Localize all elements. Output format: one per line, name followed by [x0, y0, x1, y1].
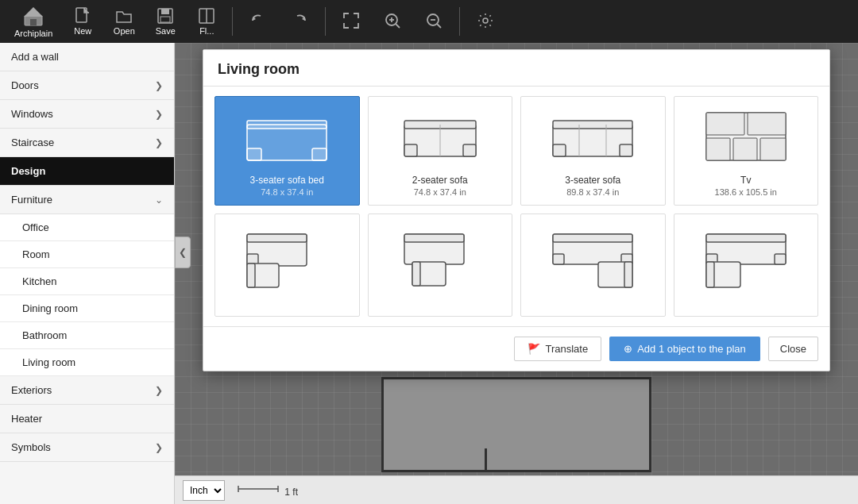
modal-overlay: Living room 3-seater so	[175, 43, 858, 504]
zoom-out-button[interactable]	[415, 9, 453, 34]
heater-label: Heater	[11, 413, 42, 425]
exteriors-label: Exteriors	[11, 384, 52, 396]
symbols-chevron: ❯	[155, 442, 163, 453]
furniture-card-sectional-3[interactable]	[520, 214, 666, 317]
add-label: Add 1 object to the plan	[637, 343, 746, 355]
svg-rect-49	[412, 262, 420, 286]
flip-label: Fl...	[199, 26, 214, 36]
furniture-chevron: ⌄	[155, 194, 163, 206]
sidebar-item-furniture[interactable]: Furniture ⌄	[0, 186, 174, 214]
sidebar-item-add-wall[interactable]: Add a wall	[0, 43, 174, 71]
archiplain-label: Archiplain	[14, 29, 52, 38]
translate-button[interactable]: 🚩 Translate	[514, 337, 601, 361]
sectional-2-image	[377, 222, 504, 302]
sidebar-item-windows[interactable]: Windows ❯	[0, 100, 174, 129]
fullscreen-button[interactable]	[332, 9, 370, 34]
sidebar-collapse-button[interactable]: ❮	[175, 237, 191, 268]
svg-point-19	[483, 18, 488, 23]
svg-rect-47	[404, 234, 464, 242]
svg-rect-36	[706, 113, 744, 135]
svg-line-15	[396, 24, 400, 28]
furniture-card-sofa-bed[interactable]: 3-seater sofa bed 74.8 x 37.4 in	[214, 96, 360, 206]
unit-select[interactable]: Inch cm m	[183, 480, 225, 501]
kitchen-label: Kitchen	[22, 275, 56, 287]
bottom-bar: Inch cm m 1 ft	[175, 475, 858, 504]
sidebar-item-staircase[interactable]: Staircase ❯	[0, 129, 174, 157]
sofa-bed-name: 3-seater sofa bed	[250, 175, 324, 186]
sidebar-subitem-living-room[interactable]: Living room	[0, 349, 174, 376]
furniture-card-tv[interactable]: Tv 138.6 x 105.5 in	[674, 96, 819, 206]
tv-size: 138.6 x 105.5 in	[715, 187, 777, 197]
svg-rect-37	[748, 113, 786, 135]
sidebar-item-symbols[interactable]: Symbols ❯	[0, 433, 174, 462]
furniture-label: Furniture	[11, 194, 52, 206]
sidebar-subitem-office[interactable]: Office	[0, 214, 174, 241]
svg-rect-51	[553, 234, 632, 242]
svg-rect-61	[706, 262, 714, 287]
sidebar-subitem-bathroom[interactable]: Bathroom	[0, 322, 174, 349]
furniture-card-sectional-2[interactable]	[368, 214, 513, 317]
zoom-in-button[interactable]	[373, 9, 412, 34]
main-layout: Add a wall Doors ❯ Windows ❯ Staircase ❯…	[0, 43, 858, 504]
svg-rect-7	[160, 17, 170, 22]
undo-button[interactable]	[239, 9, 277, 34]
modal-body: 3-seater sofa bed 74.8 x 37.4 in	[203, 87, 829, 326]
svg-rect-21	[247, 121, 327, 129]
canvas-area[interactable]: Living room 3-seater so	[175, 43, 858, 504]
sofa-3-size: 89.8 x 37.4 in	[566, 187, 619, 197]
toolbar-separator-2	[325, 7, 326, 36]
sidebar-subitem-kitchen[interactable]: Kitchen	[0, 268, 174, 295]
translate-label: Translate	[545, 343, 588, 355]
bathroom-label: Bathroom	[22, 329, 67, 341]
svg-line-18	[437, 24, 441, 28]
doors-chevron: ❯	[155, 80, 163, 91]
svg-marker-1	[24, 7, 43, 17]
open-button[interactable]: Open	[105, 4, 143, 39]
save-label: Save	[156, 26, 176, 36]
svg-rect-26	[404, 144, 417, 156]
svg-rect-42	[247, 234, 307, 242]
sidebar-subitem-room[interactable]: Room	[0, 241, 174, 268]
add-icon: ⊕	[624, 343, 632, 355]
sofa-bed-image	[223, 105, 351, 168]
toolbar-separator-3	[459, 7, 460, 36]
save-button[interactable]: Save	[146, 4, 184, 39]
sidebar-item-design[interactable]: Design	[0, 157, 174, 186]
sidebar-item-doors[interactable]: Doors ❯	[0, 71, 174, 100]
furniture-card-sofa-2[interactable]: 2-seater sofa 74.8 x 37.4 in	[368, 96, 513, 206]
open-label: Open	[114, 26, 135, 36]
svg-rect-32	[620, 144, 632, 156]
flip-button[interactable]: Fl...	[187, 4, 226, 39]
tv-image	[682, 105, 810, 168]
new-button[interactable]: New	[64, 4, 102, 39]
tv-name: Tv	[740, 175, 751, 186]
add-to-plan-button[interactable]: ⊕ Add 1 object to the plan	[609, 337, 760, 361]
sidebar-item-exteriors[interactable]: Exteriors ❯	[0, 376, 174, 405]
living-room-label: Living room	[22, 356, 75, 368]
settings-button[interactable]	[466, 9, 504, 34]
svg-rect-23	[312, 148, 327, 160]
redo-button[interactable]	[280, 9, 319, 34]
sectional-1-image	[223, 222, 351, 302]
modal-header: Living room	[203, 50, 829, 87]
close-button[interactable]: Close	[768, 337, 818, 361]
svg-rect-2	[30, 19, 37, 25]
staircase-chevron: ❯	[155, 137, 163, 148]
sofa-3-image	[529, 105, 657, 168]
sectional-3-image	[529, 222, 657, 302]
collapse-chevron-icon: ❮	[179, 247, 187, 258]
furniture-card-sofa-3[interactable]: 3-seater sofa 89.8 x 37.4 in	[520, 96, 666, 206]
svg-rect-27	[463, 144, 476, 156]
sidebar-item-heater[interactable]: Heater	[0, 405, 174, 433]
svg-rect-52	[553, 254, 564, 264]
dining-room-label: Dining room	[22, 302, 78, 314]
furniture-card-sectional-1[interactable]	[214, 214, 360, 317]
furniture-card-sectional-4[interactable]	[674, 214, 819, 317]
svg-rect-39	[733, 138, 757, 160]
svg-rect-59	[775, 254, 786, 264]
sofa-2-image	[377, 105, 504, 168]
sidebar-subitem-dining-room[interactable]: Dining room	[0, 295, 174, 322]
sectional-4-image	[682, 222, 810, 302]
close-label: Close	[780, 343, 806, 355]
archiplain-home-button[interactable]: Archiplain	[6, 2, 60, 41]
